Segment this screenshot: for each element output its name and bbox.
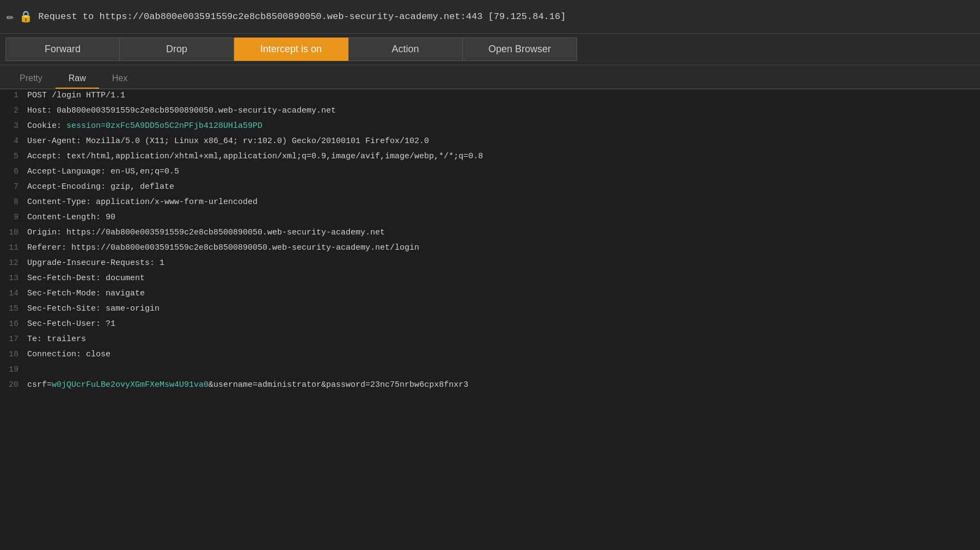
line-content: Upgrade-Insecure-Requests: 1 (27, 257, 164, 268)
forward-button[interactable]: Forward (5, 38, 120, 61)
code-line: 13Sec-Fetch-Dest: document (0, 272, 980, 287)
drop-button[interactable]: Drop (120, 38, 234, 61)
csrf-suffix: &username=administrator&password=23nc75n… (209, 380, 468, 390)
tab-pretty[interactable]: Pretty (7, 70, 56, 89)
code-line: 10Origin: https://0ab800e003591559c2e8cb… (0, 226, 980, 242)
line-number: 14 (0, 288, 27, 298)
line-content: Content-Length: 90 (27, 212, 115, 222)
action-button[interactable]: Action (348, 38, 463, 61)
cookie-value: session=0zxFc5A9DD5o5C2nPFjb4128UHla59PD (66, 121, 262, 131)
line-content: Connection: close (27, 349, 111, 359)
open-browser-button[interactable]: Open Browser (463, 38, 577, 61)
top-bar: ✏ 🔒 Request to https://0ab800e003591559c… (0, 0, 980, 34)
code-line: 18Connection: close (0, 348, 980, 363)
line-number: 1 (0, 90, 27, 100)
csrf-value: w0jQUcrFuLBe2ovyXGmFXeMsw4U91va0 (52, 380, 209, 390)
lock-icon: 🔒 (19, 10, 33, 23)
code-line: 4User-Agent: Mozilla/5.0 (X11; Linux x86… (0, 135, 980, 150)
line-number: 16 (0, 318, 27, 329)
line-content: csrf=w0jQUcrFuLBe2ovyXGmFXeMsw4U91va0&us… (27, 379, 468, 390)
line-number: 6 (0, 166, 27, 176)
pencil-icon: ✏ (7, 9, 14, 24)
line-number: 4 (0, 135, 27, 146)
tab-hex[interactable]: Hex (99, 70, 140, 89)
code-area: 1POST /login HTTP/1.12Host: 0ab800e00359… (0, 89, 980, 550)
code-line: 1POST /login HTTP/1.1 (0, 89, 980, 104)
toolbar: Forward Drop Intercept is on Action Open… (0, 34, 980, 65)
code-line: 16Sec-Fetch-User: ?1 (0, 318, 980, 333)
line-number: 5 (0, 151, 27, 161)
line-number: 12 (0, 257, 27, 268)
code-line: 14Sec-Fetch-Mode: navigate (0, 287, 980, 302)
line-number: 18 (0, 349, 27, 359)
code-line: 15Sec-Fetch-Site: same-origin (0, 302, 980, 318)
request-url: Request to https://0ab800e003591559c2e8c… (38, 11, 566, 22)
code-line: 2Host: 0ab800e003591559c2e8cb8500890050.… (0, 104, 980, 120)
line-number: 8 (0, 196, 27, 207)
code-line: 6Accept-Language: en-US,en;q=0.5 (0, 165, 980, 181)
tab-raw[interactable]: Raw (56, 70, 99, 89)
line-number: 11 (0, 242, 27, 252)
line-number: 3 (0, 120, 27, 131)
line-content: Accept-Language: en-US,en;q=0.5 (27, 166, 179, 176)
code-line: 19 (0, 363, 980, 379)
line-content: Cookie: session=0zxFc5A9DD5o5C2nPFjb4128… (27, 120, 262, 131)
code-line: 11Referer: https://0ab800e003591559c2e8c… (0, 242, 980, 257)
code-line: 17Te: trailers (0, 333, 980, 348)
line-content: Origin: https://0ab800e003591559c2e8cb85… (27, 227, 385, 237)
code-line: 20csrf=w0jQUcrFuLBe2ovyXGmFXeMsw4U91va0&… (0, 379, 980, 394)
line-content: Sec-Fetch-User: ?1 (27, 318, 115, 329)
line-content: Sec-Fetch-Dest: document (27, 273, 145, 283)
line-content: Referer: https://0ab800e003591559c2e8cb8… (27, 242, 419, 252)
code-line: 9Content-Length: 90 (0, 211, 980, 226)
line-number: 19 (0, 364, 27, 374)
line-content: Host: 0ab800e003591559c2e8cb8500890050.w… (27, 105, 336, 115)
line-number: 13 (0, 273, 27, 283)
line-number: 2 (0, 105, 27, 115)
line-number: 20 (0, 379, 27, 390)
line-number: 10 (0, 227, 27, 237)
line-content: Content-Type: application/x-www-form-url… (27, 196, 258, 207)
code-line: 8Content-Type: application/x-www-form-ur… (0, 196, 980, 211)
line-content: Sec-Fetch-Mode: navigate (27, 288, 145, 298)
tab-bar: Pretty Raw Hex (0, 65, 980, 89)
line-number: 17 (0, 333, 27, 344)
line-content: Sec-Fetch-Site: same-origin (27, 303, 160, 313)
line-content: Accept-Encoding: gzip, deflate (27, 181, 174, 191)
intercept-button[interactable]: Intercept is on (234, 38, 348, 61)
line-content: POST /login HTTP/1.1 (27, 90, 125, 100)
line-content: User-Agent: Mozilla/5.0 (X11; Linux x86_… (27, 135, 429, 146)
code-line: 3Cookie: session=0zxFc5A9DD5o5C2nPFjb412… (0, 120, 980, 135)
code-line: 5Accept: text/html,application/xhtml+xml… (0, 150, 980, 165)
line-number: 9 (0, 212, 27, 222)
line-content: Accept: text/html,application/xhtml+xml,… (27, 151, 483, 161)
code-line: 12Upgrade-Insecure-Requests: 1 (0, 257, 980, 272)
line-content: Te: trailers (27, 333, 86, 344)
line-number: 15 (0, 303, 27, 313)
code-line: 7Accept-Encoding: gzip, deflate (0, 181, 980, 196)
line-number: 7 (0, 181, 27, 191)
